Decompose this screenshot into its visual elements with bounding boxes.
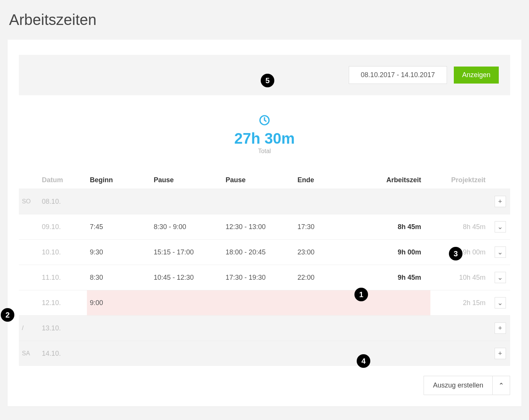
col-project: Projektzeit: [430, 172, 490, 189]
callout-3: 3: [449, 247, 462, 260]
pause2-cell: [223, 341, 294, 366]
plus-icon: +: [498, 350, 502, 358]
date-cell: 08.10.: [39, 189, 87, 214]
end-cell: [294, 316, 358, 341]
work-cell: [358, 316, 430, 341]
pause2-cell: 17:30 - 19:30: [223, 265, 294, 290]
table-row: 09.10.7:458:30 - 9:0012:30 - 13:0017:308…: [19, 214, 510, 240]
project-cell: [430, 189, 490, 214]
date-cell: 12.10.: [39, 290, 87, 316]
pause1-cell: [151, 341, 223, 366]
day-abbr: SO: [19, 189, 39, 214]
action-cell: +: [490, 189, 510, 214]
work-cell: 9h 00m: [358, 240, 430, 265]
work-cell: 8h 45m: [358, 214, 430, 240]
export-button[interactable]: Auszug erstellen: [424, 376, 493, 395]
action-cell: ⌄: [490, 265, 510, 290]
chevron-up-icon: ⌃: [498, 382, 504, 389]
add-entry-button[interactable]: +: [495, 348, 506, 359]
chevron-down-icon: ⌄: [497, 273, 503, 282]
expand-row-button[interactable]: ⌄: [495, 272, 506, 283]
end-cell: [294, 341, 358, 366]
begin-cell: 9:30: [87, 240, 151, 265]
col-pause2: Pause: [223, 172, 294, 189]
expand-row-button[interactable]: ⌄: [495, 297, 506, 308]
action-cell: ⌄: [490, 214, 510, 240]
project-cell: [430, 316, 490, 341]
date-range-input[interactable]: [349, 66, 447, 84]
table-row: SA14.10.+: [19, 341, 510, 366]
day-abbr: SA: [19, 341, 39, 366]
action-cell: ⌄: [490, 290, 510, 316]
table-row: /13.10.+: [19, 316, 510, 341]
col-end: Ende: [294, 172, 358, 189]
begin-cell: 9:00: [87, 290, 151, 316]
callout-1: 1: [354, 288, 368, 301]
action-cell: +: [490, 316, 510, 341]
timesheet-table: Datum Beginn Pause Pause Ende Arbeitszei…: [19, 172, 510, 366]
summary-block: 27h 30m Total: [19, 114, 510, 155]
chevron-down-icon: ⌄: [497, 299, 503, 307]
callout-5: 5: [261, 74, 274, 87]
add-entry-button[interactable]: +: [495, 322, 506, 334]
pause1-cell: [151, 189, 223, 214]
day-abbr: [19, 290, 39, 316]
action-cell: +: [490, 341, 510, 366]
date-cell: 13.10.: [39, 316, 87, 341]
callout-2: 2: [1, 308, 14, 322]
pause2-cell: [223, 189, 294, 214]
show-button[interactable]: Anzeigen: [454, 67, 499, 84]
end-cell: [294, 189, 358, 214]
day-abbr: /: [19, 316, 39, 341]
export-caret-button[interactable]: ⌃: [493, 376, 510, 395]
end-cell: 17:30: [294, 214, 358, 240]
date-cell: 14.10.: [39, 341, 87, 366]
begin-cell: 8:30: [87, 265, 151, 290]
total-hours: 27h 30m: [19, 130, 510, 147]
date-cell: 10.10.: [39, 240, 87, 265]
table-row: 12.10.9:002h 15m⌄: [19, 290, 510, 316]
date-cell: 11.10.: [39, 265, 87, 290]
expand-row-button[interactable]: ⌄: [495, 221, 506, 232]
work-cell: [358, 189, 430, 214]
col-date: Datum: [39, 172, 87, 189]
project-cell: [430, 341, 490, 366]
day-abbr: [19, 214, 39, 240]
project-cell: 10h 45m: [430, 265, 490, 290]
timesheet-card: Anzeigen 27h 30m Total Datum Beginn Paus…: [8, 40, 521, 406]
pause2-cell: [223, 290, 294, 316]
pause1-cell: [151, 290, 223, 316]
plus-icon: +: [498, 324, 502, 332]
end-cell: 22:00: [294, 265, 358, 290]
callout-4: 4: [357, 354, 370, 368]
project-cell: 8h 45m: [430, 214, 490, 240]
work-cell: [358, 290, 430, 316]
begin-cell: [87, 316, 151, 341]
begin-cell: [87, 341, 151, 366]
work-cell: 9h 45m: [358, 265, 430, 290]
table-row: 10.10.9:3015:15 - 17:0018:00 - 20:4523:0…: [19, 240, 510, 265]
col-begin: Beginn: [87, 172, 151, 189]
date-cell: 09.10.: [39, 214, 87, 240]
add-entry-button[interactable]: +: [495, 196, 506, 207]
begin-cell: 7:45: [87, 214, 151, 240]
pause2-cell: [223, 316, 294, 341]
col-pause1: Pause: [151, 172, 223, 189]
pause2-cell: 12:30 - 13:00: [223, 214, 294, 240]
chevron-down-icon: ⌄: [497, 223, 503, 231]
day-abbr: [19, 265, 39, 290]
col-work: Arbeitszeit: [358, 172, 430, 189]
end-cell: [294, 290, 358, 316]
project-cell: 2h 15m: [430, 290, 490, 316]
pause2-cell: 18:00 - 20:45: [223, 240, 294, 265]
page-title: Arbeitszeiten: [9, 11, 521, 28]
pause1-cell: 8:30 - 9:00: [151, 214, 223, 240]
pause1-cell: 10:45 - 12:30: [151, 265, 223, 290]
chevron-down-icon: ⌄: [497, 248, 503, 256]
pause1-cell: 15:15 - 17:00: [151, 240, 223, 265]
expand-row-button[interactable]: ⌄: [495, 246, 506, 258]
table-row: 11.10.8:3010:45 - 12:3017:30 - 19:3022:0…: [19, 265, 510, 290]
table-row: SO08.10.+: [19, 189, 510, 214]
total-label: Total: [19, 148, 510, 155]
plus-icon: +: [498, 198, 502, 206]
